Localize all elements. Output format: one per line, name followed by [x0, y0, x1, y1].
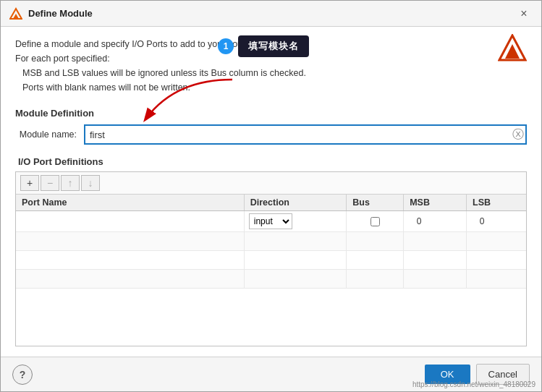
cell-msb-2	[404, 232, 467, 251]
port-name-input-4[interactable]	[20, 274, 240, 284]
module-name-label: Module name:	[15, 129, 77, 140]
help-button[interactable]: ?	[12, 365, 33, 385]
module-definition-label: Module Definition	[15, 108, 527, 119]
cell-direction-1: input output inout	[244, 211, 347, 232]
table-row	[16, 270, 526, 289]
col-bus: Bus	[347, 195, 404, 211]
cell-port-name-2	[16, 232, 244, 251]
cell-direction-3	[244, 251, 347, 270]
cell-msb-3	[404, 251, 467, 270]
dialog-icon	[9, 7, 22, 20]
module-name-input[interactable]	[84, 124, 527, 145]
io-table-container: Port Name Direction Bus MSB LSB	[16, 195, 526, 346]
title-bar: Define Module ×	[1, 1, 541, 27]
col-msb: MSB	[404, 195, 467, 211]
move-up-button[interactable]: ↑	[61, 175, 80, 191]
desc-line4: Ports with blank names will not be writt…	[15, 80, 527, 95]
lsb-input-1[interactable]	[471, 216, 493, 226]
cell-lsb-3	[467, 251, 527, 270]
port-name-input-3[interactable]	[20, 255, 240, 265]
dialog-content: Define a module and specify I/O Ports to…	[1, 27, 541, 357]
table-row	[16, 232, 526, 251]
col-port-name: Port Name	[16, 195, 244, 211]
cell-bus-1	[347, 211, 404, 232]
col-lsb: LSB	[467, 195, 527, 211]
cell-port-name-1	[16, 211, 244, 232]
clear-input-button[interactable]: ⓧ	[512, 129, 524, 140]
annotation-number: 1	[218, 38, 234, 54]
io-table-wrap: + − ↑ ↓ Port Name Direction Bus MSB LSB	[15, 171, 527, 346]
svg-marker-1	[13, 14, 19, 19]
dialog-title: Define Module	[28, 8, 93, 19]
module-name-input-wrap: ⓧ	[84, 124, 527, 145]
move-down-button[interactable]: ↓	[81, 175, 100, 191]
cell-direction-4	[244, 270, 347, 289]
close-button[interactable]: ×	[515, 5, 533, 22]
cell-bus-3	[347, 251, 404, 270]
define-module-dialog: Define Module × Define a module and spec…	[0, 0, 542, 392]
cell-bus-4	[347, 270, 404, 289]
desc-line3: MSB and LSB values will be ignored unles…	[15, 66, 527, 80]
annotation-container: 1 填写模块名	[218, 35, 309, 57]
io-table: Port Name Direction Bus MSB LSB	[16, 195, 526, 289]
annotation-text: 填写模块名	[238, 35, 309, 57]
direction-select-1[interactable]: input output inout	[249, 213, 292, 229]
table-row	[16, 251, 526, 270]
remove-row-button[interactable]: −	[41, 175, 59, 191]
msb-input-1[interactable]	[408, 216, 430, 226]
add-row-button[interactable]: +	[20, 175, 39, 191]
cell-msb-4	[404, 270, 467, 289]
bus-checkbox-1[interactable]	[370, 217, 380, 226]
footer-left: ?	[12, 365, 33, 385]
cell-port-name-3	[16, 251, 244, 270]
cell-msb-1	[404, 211, 467, 232]
cell-port-name-4	[16, 270, 244, 289]
cell-lsb-1	[467, 211, 527, 232]
cell-lsb-2	[467, 232, 527, 251]
title-bar-left: Define Module	[9, 7, 93, 20]
col-direction: Direction	[244, 195, 347, 211]
io-port-label: I/O Port Definitions	[15, 156, 527, 167]
io-toolbar: + − ↑ ↓	[16, 172, 526, 195]
cell-lsb-4	[467, 270, 527, 289]
port-name-input-1[interactable]	[20, 216, 240, 226]
port-name-input-2[interactable]	[20, 237, 240, 247]
module-name-row: Module name: ⓧ	[15, 124, 527, 145]
cell-direction-2	[244, 232, 347, 251]
watermark: https://blog.csdn.net/weixin_48180029	[412, 380, 535, 388]
table-header-row: Port Name Direction Bus MSB LSB	[16, 195, 526, 211]
cell-bus-2	[347, 232, 404, 251]
table-row: input output inout	[16, 211, 526, 232]
